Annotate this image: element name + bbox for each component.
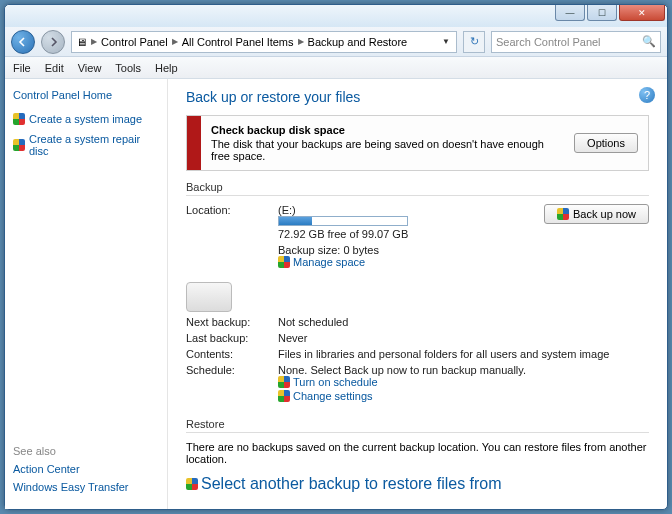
help-icon[interactable]: ? xyxy=(639,87,655,103)
alert-indicator xyxy=(187,116,201,170)
next-backup-label: Next backup: xyxy=(186,316,266,328)
main-content: ? Back up or restore your files Check ba… xyxy=(168,79,667,509)
refresh-button[interactable]: ↻ xyxy=(463,31,485,53)
sidebar: Control Panel Home Create a system image… xyxy=(5,79,168,509)
options-button[interactable]: Options xyxy=(574,133,638,153)
windows-easy-transfer-link[interactable]: Windows Easy Transfer xyxy=(13,481,159,493)
action-center-link[interactable]: Action Center xyxy=(13,463,159,475)
backup-section-header: Backup xyxy=(186,181,649,196)
shield-icon xyxy=(186,478,198,490)
task-label: Create a system image xyxy=(29,113,142,125)
next-backup-value: Not scheduled xyxy=(278,316,649,328)
restore-message: There are no backups saved on the curren… xyxy=(186,441,649,465)
control-panel-home-link[interactable]: Control Panel Home xyxy=(13,89,159,101)
crumb-control-panel[interactable]: Control Panel xyxy=(101,36,168,48)
schedule-value: None. Select Back up now to run backup m… xyxy=(278,364,649,376)
chevron-right-icon: ▶ xyxy=(91,37,97,46)
location-label: Location: xyxy=(186,204,266,216)
link-label: Manage space xyxy=(293,256,365,268)
maximize-button[interactable]: ☐ xyxy=(587,5,617,21)
alert-body: The disk that your backups are being sav… xyxy=(211,138,544,162)
last-backup-label: Last backup: xyxy=(186,332,266,344)
nav-row: 🖥 ▶ Control Panel ▶ All Control Panel It… xyxy=(5,27,667,57)
shield-icon xyxy=(13,139,25,151)
contents-value: Files in libraries and personal folders … xyxy=(278,348,649,360)
chevron-right-icon: ▶ xyxy=(172,37,178,46)
shield-icon xyxy=(278,376,290,388)
manage-space-link[interactable]: Manage space xyxy=(278,256,365,268)
shield-icon xyxy=(557,208,569,220)
alert-title: Check backup disk space xyxy=(211,124,554,136)
breadcrumb[interactable]: 🖥 ▶ Control Panel ▶ All Control Panel It… xyxy=(71,31,457,53)
free-space-text: 72.92 GB free of 99.07 GB xyxy=(278,228,532,240)
contents-label: Contents: xyxy=(186,348,266,360)
menu-file[interactable]: File xyxy=(13,62,31,74)
link-label: Turn on schedule xyxy=(293,376,378,388)
change-settings-link[interactable]: Change settings xyxy=(278,390,373,402)
crumb-backup-restore[interactable]: Backup and Restore xyxy=(308,36,408,48)
search-placeholder: Search Control Panel xyxy=(496,36,601,48)
select-another-backup-link[interactable]: Select another backup to restore files f… xyxy=(186,475,502,493)
backup-size-text: Backup size: 0 bytes xyxy=(278,244,532,256)
turn-on-schedule-link[interactable]: Turn on schedule xyxy=(278,376,378,388)
crumb-all-items[interactable]: All Control Panel Items xyxy=(182,36,294,48)
create-repair-disc-link[interactable]: Create a system repair disc xyxy=(13,133,159,157)
menu-edit[interactable]: Edit xyxy=(45,62,64,74)
menu-view[interactable]: View xyxy=(78,62,102,74)
location-value: (E:) xyxy=(278,204,532,216)
disk-space-alert: Check backup disk space The disk that yo… xyxy=(186,115,649,171)
back-button[interactable] xyxy=(11,30,35,54)
menu-help[interactable]: Help xyxy=(155,62,178,74)
chevron-right-icon: ▶ xyxy=(298,37,304,46)
search-icon: 🔍 xyxy=(642,35,656,48)
drive-icon xyxy=(186,282,232,312)
menu-tools[interactable]: Tools xyxy=(115,62,141,74)
last-backup-value: Never xyxy=(278,332,649,344)
link-label: Select another backup to restore files f… xyxy=(201,475,502,493)
disk-usage-bar xyxy=(278,216,408,226)
shield-icon xyxy=(13,113,25,125)
restore-section-header: Restore xyxy=(186,418,649,433)
page-title: Back up or restore your files xyxy=(186,89,649,105)
shield-icon xyxy=(278,390,290,402)
close-button[interactable]: ✕ xyxy=(619,5,665,21)
link-label: Change settings xyxy=(293,390,373,402)
computer-icon: 🖥 xyxy=(76,36,87,48)
menu-bar: File Edit View Tools Help xyxy=(5,57,667,79)
create-system-image-link[interactable]: Create a system image xyxy=(13,113,159,125)
minimize-button[interactable]: — xyxy=(555,5,585,21)
button-label: Back up now xyxy=(573,208,636,220)
back-up-now-button[interactable]: Back up now xyxy=(544,204,649,224)
schedule-label: Schedule: xyxy=(186,364,266,376)
titlebar: — ☐ ✕ xyxy=(5,5,667,27)
task-label: Create a system repair disc xyxy=(29,133,159,157)
chevron-down-icon[interactable]: ▼ xyxy=(442,37,450,46)
search-input[interactable]: Search Control Panel 🔍 xyxy=(491,31,661,53)
see-also-label: See also xyxy=(13,445,159,457)
forward-button[interactable] xyxy=(41,30,65,54)
shield-icon xyxy=(278,256,290,268)
